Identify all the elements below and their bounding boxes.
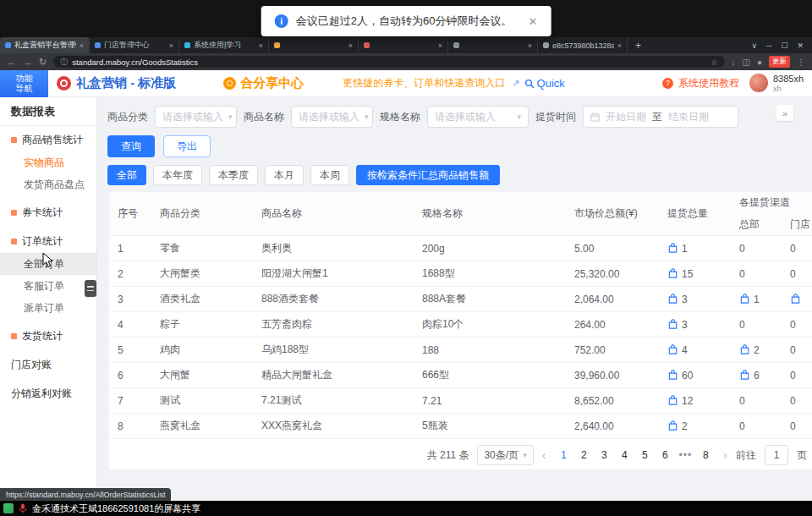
page-number[interactable]: 4 <box>615 445 634 465</box>
cell-category: 大闸蟹 <box>151 363 253 387</box>
sidebar-group[interactable]: 发货统计 <box>0 324 96 348</box>
browser-menu-icon[interactable]: ⋮ <box>797 58 805 67</box>
quick-search-link[interactable]: Quick <box>524 77 565 90</box>
qty-cell[interactable]: 6 <box>731 363 782 387</box>
qty-cell[interactable]: 4 <box>659 338 731 362</box>
next-page-icon[interactable]: › <box>723 448 727 462</box>
sidebar-item[interactable]: 派单订单 <box>0 297 96 319</box>
page-number[interactable]: 8 <box>696 445 715 465</box>
prev-page-icon[interactable]: ‹ <box>542 448 546 462</box>
sidebar-item[interactable]: 实物商品 <box>0 151 96 173</box>
cell-amount: 264.00 <box>566 312 659 337</box>
sidebar-item[interactable]: 全部订单 <box>0 253 96 275</box>
sidebar-item[interactable]: 客服订单 <box>0 275 96 297</box>
table-row: 1零食奥利奥200g5.00100 <box>109 236 812 261</box>
sidebar-group[interactable]: 商品销售统计 <box>0 128 96 151</box>
browser-tab[interactable]: × <box>448 37 538 53</box>
page-size-value: 30条/页 <box>484 448 518 463</box>
bookmark-star-icon[interactable]: ☆ <box>710 58 718 67</box>
tab-close-icon[interactable]: × <box>259 41 263 50</box>
sidebar-group[interactable]: 券卡统计 <box>0 200 96 224</box>
page-size-select[interactable]: 30条/页 ▾ <box>477 445 533 465</box>
qty-value: 3 <box>682 294 688 305</box>
quick-tab[interactable]: 本月 <box>265 165 304 185</box>
browser-tab[interactable]: 门店管理中心× <box>90 37 179 53</box>
sidebar-group[interactable]: 订单统计 <box>0 229 96 253</box>
quick-entry-tip: 更快捷的券卡、订单和快递查询入口 <box>343 76 505 91</box>
tutorial-link[interactable]: 系统使用教程 <box>678 76 739 91</box>
category-select[interactable]: 请选择或输入 ▾ <box>155 106 237 128</box>
url-input[interactable]: ⓘ standard.maboy.cn/GoodsStatistics ☆ <box>53 56 724 68</box>
qty-cell[interactable]: 60 <box>659 363 731 387</box>
avatar[interactable] <box>749 74 768 92</box>
qty-value: 2 <box>754 344 760 356</box>
page-number[interactable]: 2 <box>574 445 593 465</box>
summary-button[interactable]: 按检索条件汇总商品销售额 <box>356 165 500 185</box>
sidebar-item[interactable]: 发货商品盘点 <box>0 173 96 195</box>
page-number[interactable]: 5 <box>635 445 654 465</box>
side-panel-icon[interactable]: ◫ <box>743 58 750 67</box>
profile-icon[interactable]: ● <box>757 58 762 67</box>
qty-cell[interactable]: 15 <box>659 261 731 286</box>
cell-spec: 7.21 <box>414 388 566 413</box>
tab-close-icon[interactable]: × <box>80 41 84 50</box>
qty-cell[interactable]: 3 <box>659 312 731 337</box>
browser-update-button[interactable]: 更新 <box>769 56 790 68</box>
close-icon[interactable]: ✕ <box>797 41 804 50</box>
qty-cell[interactable]: 2 <box>659 414 731 438</box>
browser-tab[interactable]: 系统使用|学习× <box>179 37 269 53</box>
row-index: 3 <box>109 287 151 311</box>
tab-close-icon[interactable]: × <box>438 41 442 50</box>
browser-tab[interactable]: × <box>269 37 359 53</box>
user-menu[interactable]: 8385xh xh <box>773 74 804 93</box>
url-text: standard.maboy.cn/GoodsStatistics <box>72 58 198 67</box>
search-icon <box>524 79 535 89</box>
qty-cell[interactable]: 2 <box>731 338 782 362</box>
share-center-link[interactable]: 合分享中心 <box>240 75 304 91</box>
tab-close-icon[interactable]: × <box>169 41 173 50</box>
chevron-down-icon[interactable]: ∨ <box>751 41 757 50</box>
sidebar-group[interactable]: 分销返利对账 <box>0 382 96 405</box>
reload-icon[interactable]: ↻ <box>39 57 47 68</box>
back-icon[interactable]: ← <box>7 57 16 67</box>
browser-tab[interactable]: e8c573980b1328a258fd2e6f× <box>538 37 628 53</box>
maximize-icon[interactable]: ☐ <box>781 41 787 50</box>
qty-value: 0 <box>790 344 796 356</box>
spec-name-select[interactable]: 请选择或输入 ▾ <box>427 106 529 128</box>
quick-tab[interactable]: 本季度 <box>209 165 258 185</box>
site-info-icon[interactable]: ⓘ <box>60 57 68 68</box>
qty-cell[interactable] <box>782 287 812 311</box>
tab-list: 礼盒营销平台管理中心×门店管理中心×系统使用|学习××××e8c573980b1… <box>0 37 628 53</box>
toast-close-icon[interactable]: ✕ <box>528 15 537 28</box>
qty-cell[interactable]: 3 <box>659 287 731 311</box>
date-range-picker[interactable]: 开始日期 至 结束日期 <box>583 106 738 128</box>
app-body: 数据报表 商品销售统计实物商品发货商品盘点券卡统计订单统计全部订单客服订单派单订… <box>0 97 812 501</box>
export-button[interactable]: 导出 <box>163 135 211 157</box>
cell-name: 888酒类套餐 <box>253 287 414 311</box>
tab-close-icon[interactable]: × <box>617 41 622 50</box>
forward-icon[interactable]: → <box>23 57 32 67</box>
page-number[interactable]: 1 <box>554 445 573 465</box>
tab-close-icon[interactable]: × <box>528 41 532 50</box>
sidebar-group[interactable]: 门店对账 <box>0 353 96 376</box>
product-name-select[interactable]: 请选择或输入 ▾ <box>291 106 373 128</box>
sidebar-collapse-handle[interactable] <box>85 280 96 297</box>
quick-tab[interactable]: 本周 <box>310 165 349 185</box>
tab-close-icon[interactable]: × <box>348 41 353 50</box>
search-button[interactable]: 查询 <box>107 135 155 157</box>
page-number[interactable]: 3 <box>595 445 613 465</box>
qty-cell[interactable]: 12 <box>659 388 731 413</box>
qty-cell[interactable]: 1 <box>731 287 782 311</box>
quick-tab[interactable]: 全部 <box>107 165 146 185</box>
goto-page-input[interactable] <box>765 445 788 465</box>
filters-collapse-button[interactable]: » <box>776 105 793 121</box>
browser-tab[interactable]: 礼盒营销平台管理中心× <box>0 37 90 53</box>
function-nav-toggle[interactable]: 功能 导航 <box>0 70 48 97</box>
browser-tab[interactable]: × <box>359 37 448 53</box>
qty-cell[interactable]: 1 <box>659 236 731 261</box>
minimize-icon[interactable]: ─ <box>766 41 771 50</box>
page-number[interactable]: 6 <box>656 445 674 465</box>
quick-tab[interactable]: 本年度 <box>153 165 202 185</box>
new-tab-button[interactable]: + <box>628 37 649 53</box>
download-icon[interactable]: ↓ <box>732 58 736 67</box>
